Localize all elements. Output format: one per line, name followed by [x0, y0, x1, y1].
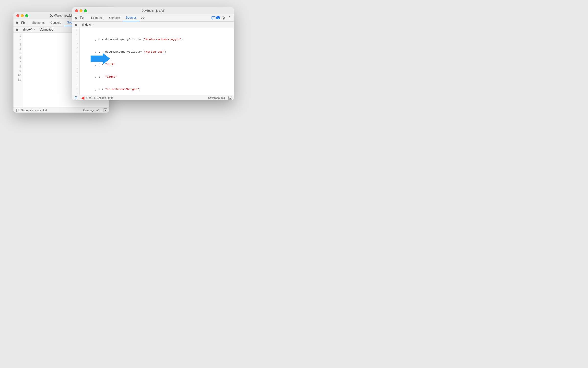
toolbar-right-icons: 1 ⋮ [212, 16, 232, 20]
toolbar-tabs-right: Elements Console Sources >> [88, 14, 146, 21]
r-ln-3: - [74, 37, 78, 41]
r-ln-12: - [74, 75, 78, 79]
sources-toolbar-right: ▶ (index) ✕ [72, 22, 234, 28]
r-ln-4: - [74, 41, 78, 46]
status-bar-left: {} 9 characters selected Coverage: n/a ▲ [13, 107, 109, 113]
traffic-lights-right [75, 9, 87, 12]
line-num-4: 4 [15, 47, 21, 51]
close-button-left[interactable] [16, 14, 19, 17]
r-ln-6: - [74, 50, 78, 54]
maximize-button-left[interactable] [25, 14, 28, 17]
traffic-lights-left [16, 14, 28, 17]
tab-console-right[interactable]: Console [106, 14, 123, 21]
line-num-6: 6 [15, 56, 21, 60]
r-ln-16: - [74, 91, 78, 95]
r-ln-15: - [74, 87, 78, 91]
tab-elements-left[interactable]: Elements [29, 19, 47, 26]
expand-icon-left[interactable]: ▲ [104, 108, 107, 112]
minimize-button-right[interactable] [80, 9, 82, 12]
file-tab-close-right[interactable]: ✕ [92, 23, 94, 26]
line-numbers-right: - - - - - - - - - - - - - - - - - - - - … [72, 28, 80, 95]
status-position-right: Line 11, Column 3939 [86, 96, 113, 99]
svg-marker-2 [91, 53, 110, 64]
blue-arrow [91, 53, 110, 65]
window-title-left: DevTools - jec.fyi/ [50, 14, 73, 17]
toolbar-separator-right [86, 16, 86, 20]
r-ln-9: - [74, 62, 78, 66]
line-num-8: 8 [15, 65, 21, 69]
line-numbers-left: 1 2 3 4 5 6 7 8 9 10 11 [13, 33, 23, 107]
device-icon-right[interactable] [80, 16, 84, 20]
r-ln-5: - [74, 46, 78, 50]
line-num-3: 3 [15, 43, 21, 47]
play-icon-right[interactable]: ▶ [74, 23, 79, 27]
r-ln-8: - [74, 58, 78, 62]
tab-more-right[interactable]: >> [140, 14, 146, 21]
chat-icon-right[interactable]: 1 [212, 16, 220, 20]
format-icon-right[interactable]: {} [74, 96, 78, 100]
line-num-10: 10 [15, 73, 21, 78]
file-tab-label-right: (index) [82, 23, 91, 26]
tab-elements-right[interactable]: Elements [88, 14, 106, 21]
cursor-icon-left[interactable] [15, 21, 20, 25]
rc-1: , c = document.querySelector("#color-sch… [82, 37, 232, 41]
line-num-5: 5 [15, 51, 21, 56]
settings-icon-right[interactable] [222, 16, 226, 20]
r-ln-1: - [74, 29, 78, 33]
r-ln-13: - [74, 79, 78, 83]
file-tab-label-left: (index) [23, 28, 32, 31]
window-title-right: DevTools - jec.fyi/ [141, 9, 165, 12]
file-tab-left[interactable]: (index) ✕ [22, 27, 37, 32]
r-ln-10: - [74, 66, 78, 70]
minimize-button-left[interactable] [21, 14, 24, 17]
more-icon-right[interactable]: ⋮ [227, 16, 232, 20]
toolbar-right: Elements Console Sources >> 1 ⋮ [72, 14, 234, 22]
r-ln-11: - [74, 70, 78, 75]
file-tab-close-left[interactable]: ✕ [33, 28, 35, 31]
svg-rect-5 [212, 16, 215, 19]
status-text-left: 9 characters selected [21, 109, 47, 112]
format-icon-left[interactable]: {} [15, 108, 19, 112]
svg-point-6 [223, 17, 224, 19]
svg-rect-1 [24, 22, 24, 23]
r-ln-2: - [74, 33, 78, 37]
title-bar-right: DevTools - jec.fyi/ [72, 7, 234, 14]
red-arrow-inline: ◀ [81, 95, 84, 101]
r-ln-7: - [74, 54, 78, 58]
line-num-11: 11 [15, 78, 21, 82]
maximize-button-right[interactable] [84, 9, 87, 12]
rc-4: , o = "light" [82, 75, 232, 79]
svg-rect-4 [82, 17, 83, 19]
formatted-tab-label: :formatted [40, 28, 53, 31]
svg-rect-0 [22, 22, 24, 24]
r-ln-14: - [74, 83, 78, 87]
close-button-right[interactable] [75, 9, 78, 12]
line-num-9: 9 [15, 69, 21, 73]
line-num-1: 1 [15, 34, 21, 38]
expand-icon-right[interactable]: ▲ [228, 96, 232, 100]
toolbar-separator-left [27, 21, 27, 25]
rc-5: , l = "colorSchemeChanged"; [82, 87, 232, 91]
notification-badge: 1 [216, 16, 220, 19]
coverage-right: Coverage: n/a [208, 96, 225, 99]
device-icon-left[interactable] [21, 21, 25, 25]
line-num-2: 2 [15, 38, 21, 43]
file-tab-right[interactable]: (index) ✕ [81, 23, 95, 27]
line-num-7: 7 [15, 60, 21, 65]
play-icon-left[interactable]: ▶ [15, 27, 20, 32]
svg-rect-3 [80, 17, 82, 19]
tab-console-left[interactable]: Console [47, 19, 64, 26]
cursor-icon-right[interactable] [74, 16, 79, 20]
formatted-tab-left[interactable]: :formatted [39, 27, 55, 32]
coverage-left: Coverage: n/a [83, 109, 100, 112]
status-bar-right: {} ◀ Line 11, Column 3939 Coverage: n/a … [72, 95, 234, 100]
tab-sources-right[interactable]: Sources [123, 14, 140, 21]
